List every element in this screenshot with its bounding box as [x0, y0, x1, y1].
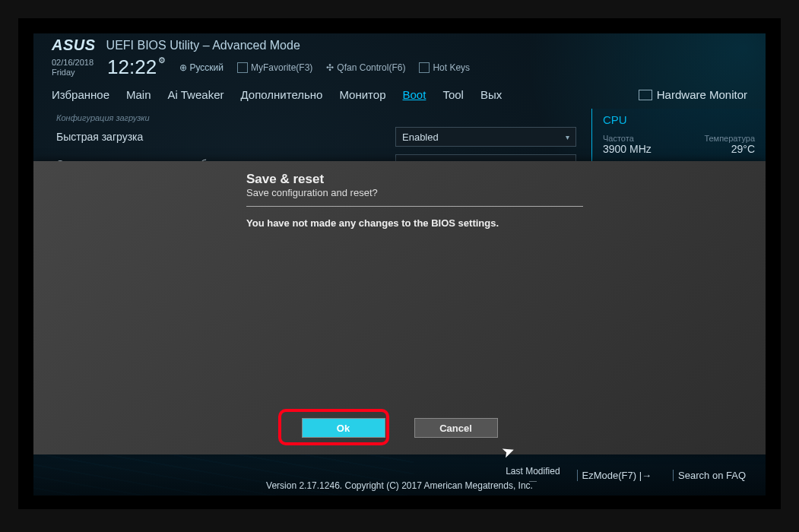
hotkeys-button[interactable]: Hot Keys [419, 62, 470, 73]
fan-icon: ✣ [326, 62, 334, 73]
fast-boot-value: Enabled [402, 131, 439, 143]
gear-icon[interactable]: ⚙ [158, 55, 166, 65]
cpu-temp-value: 29°C [731, 143, 755, 155]
ezmode-button[interactable]: EzMode(F7) |→ [577, 470, 657, 481]
star-icon [237, 62, 248, 73]
hardware-monitor-link[interactable]: Hardware Monitor [639, 88, 747, 101]
cpu-freq-value: 3900 MHz [603, 143, 652, 155]
cancel-button[interactable]: Cancel [414, 418, 498, 438]
bios-title: UEFI BIOS Utility – Advanced Mode [106, 39, 300, 52]
ok-button[interactable]: Ok [302, 418, 385, 438]
tab-monitor[interactable]: Монитор [339, 88, 385, 101]
clock-time: 12:22 [107, 55, 157, 79]
cpu-heading: CPU [603, 113, 755, 126]
search-faq-button[interactable]: Search on FAQ [673, 470, 750, 481]
myfavorite-button[interactable]: MyFavorite(F3) [237, 62, 312, 73]
clock[interactable]: 12:22⚙ [107, 55, 166, 79]
footer-bar: Version 2.17.1246. Copyright (C) 2017 Am… [33, 454, 766, 496]
tabs-bar: Избранное Main Ai Tweaker Дополнительно … [33, 84, 766, 109]
save-reset-dialog: Save & reset Save configuration and rese… [33, 161, 766, 454]
dialog-subtitle: Save configuration and reset? [246, 187, 583, 198]
cpu-freq-label: Частота [603, 134, 634, 143]
fast-boot-dropdown[interactable]: Enabled ▾ [395, 127, 576, 147]
dialog-message: You have not made any changes to the BIO… [246, 217, 583, 229]
version-text: Version 2.17.1246. Copyright (C) 2017 Am… [266, 480, 533, 491]
day-value: Friday [52, 68, 94, 77]
tab-main[interactable]: Main [126, 88, 151, 101]
tab-favorites[interactable]: Избранное [52, 88, 109, 101]
tab-exit[interactable]: Вых [480, 88, 502, 101]
fast-boot-label: Быстрая загрузка [56, 131, 143, 143]
dialog-title: Save & reset [246, 172, 583, 187]
language-selector[interactable]: ⊕ Русский [179, 62, 224, 73]
tab-ai-tweaker[interactable]: Ai Tweaker [168, 88, 224, 101]
breadcrumb: Конфигурация загрузки [56, 113, 576, 122]
qfan-button[interactable]: ✣Qfan Control(F6) [326, 62, 405, 73]
keyboard-icon [419, 62, 430, 73]
date-block: 02/16/2018 Friday [52, 58, 94, 76]
brand-logo: ASUS [52, 36, 96, 54]
chevron-down-icon: ▾ [566, 133, 569, 141]
date-value: 02/16/2018 [52, 58, 94, 67]
dialog-divider [246, 206, 583, 207]
tab-tool[interactable]: Tool [442, 88, 464, 101]
tab-boot[interactable]: Boot [403, 88, 426, 101]
cpu-temp-label: Температура [704, 134, 755, 143]
tab-advanced[interactable]: Дополнительно [240, 88, 322, 101]
switch-icon: |→ [639, 470, 652, 481]
monitor-icon [639, 90, 652, 100]
